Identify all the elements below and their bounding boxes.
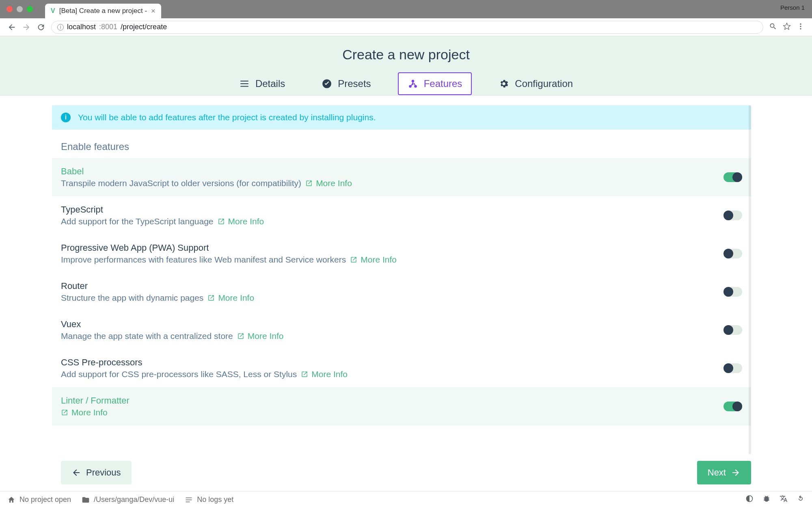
bug-icon[interactable] (762, 495, 771, 505)
feature-toggle[interactable] (723, 172, 742, 182)
external-link-icon (207, 294, 215, 302)
status-logs[interactable]: No logs yet (185, 495, 233, 504)
feature-row: Linter / FormatterMore Info (52, 387, 751, 426)
step-presets[interactable]: Presets (312, 72, 380, 95)
feature-description: Transpile modern JavaScript to older ver… (61, 178, 723, 188)
profile-name[interactable]: Person 1 (780, 4, 805, 11)
more-info-link[interactable]: More Info (207, 293, 254, 303)
feature-toggle[interactable] (723, 325, 742, 335)
feature-list: BabelTranspile modern JavaScript to olde… (52, 158, 751, 426)
close-tab-icon[interactable]: × (151, 7, 155, 15)
toggle-knob (723, 325, 733, 335)
feature-body: RouterStructure the app with dynamic pag… (61, 281, 723, 303)
feature-body: CSS Pre-processorsAdd support for CSS pr… (61, 357, 723, 379)
feature-body: Progressive Web App (PWA) SupportImprove… (61, 243, 723, 265)
status-folder[interactable]: /Users/ganga/Dev/vue-ui (82, 495, 174, 504)
step-label: Presets (338, 78, 371, 89)
star-icon[interactable] (783, 22, 791, 32)
feature-title: Linter / Formatter (61, 395, 723, 406)
external-link-icon (301, 371, 308, 378)
status-project[interactable]: No project open (7, 495, 71, 504)
feature-title: Progressive Web App (PWA) Support (61, 243, 723, 253)
feature-body: TypeScriptAdd support for the TypeScript… (61, 204, 723, 226)
zoom-icon[interactable] (769, 22, 777, 32)
feature-body: Linter / FormatterMore Info (61, 395, 723, 417)
more-info-link[interactable]: More Info (350, 255, 397, 265)
page-title: Create a new project (0, 47, 812, 63)
translate-icon[interactable] (780, 495, 788, 505)
browser-toolbar: i localhost:8001/project/create (0, 18, 812, 36)
close-window-icon[interactable] (6, 6, 13, 12)
vue-favicon: V (51, 7, 55, 15)
feature-title: Router (61, 281, 723, 291)
window-titlebar: V [Beta] Create a new project - × Person… (0, 0, 812, 18)
feature-row: VuexManage the app state with a centrali… (52, 311, 751, 349)
app-header: Create a new project Details Presets Fea… (0, 36, 812, 96)
maximize-window-icon[interactable] (27, 6, 33, 12)
address-bar[interactable]: i localhost:8001/project/create (51, 21, 763, 34)
step-configuration[interactable]: Configuration (489, 72, 583, 95)
toggle-knob (723, 249, 733, 258)
back-icon[interactable] (7, 23, 16, 32)
scrollbar-track[interactable] (749, 105, 751, 454)
step-features[interactable]: Features (398, 72, 472, 95)
external-link-icon (237, 332, 244, 340)
toggle-knob (732, 172, 742, 182)
feature-body: BabelTranspile modern JavaScript to olde… (61, 166, 723, 188)
step-details[interactable]: Details (229, 72, 295, 95)
feature-row: Progressive Web App (PWA) SupportImprove… (52, 234, 751, 273)
more-info-link[interactable]: More Info (61, 408, 108, 417)
feature-body: VuexManage the app state with a centrali… (61, 319, 723, 341)
scroll-area[interactable]: i You will be able to add features after… (0, 96, 812, 454)
traffic-lights (0, 6, 33, 12)
more-info-link[interactable]: More Info (218, 217, 264, 226)
more-info-link[interactable]: More Info (237, 331, 284, 341)
toggle-knob (723, 211, 733, 220)
previous-label: Previous (86, 467, 121, 478)
status-logs-text: No logs yet (197, 495, 233, 504)
feature-toggle[interactable] (723, 249, 742, 258)
feature-row: BabelTranspile modern JavaScript to olde… (52, 158, 751, 196)
info-icon: i (61, 113, 71, 122)
info-banner: i You will be able to add features after… (52, 105, 751, 130)
reload-icon[interactable] (37, 23, 45, 32)
more-info-link[interactable]: More Info (305, 178, 352, 188)
forward-icon[interactable] (22, 23, 31, 32)
feature-title: CSS Pre-processors (61, 357, 723, 368)
toolbar-actions (769, 22, 805, 32)
status-project-text: No project open (19, 495, 71, 504)
more-info-link[interactable]: More Info (301, 369, 348, 379)
url-path: /project/create (121, 23, 167, 31)
contrast-icon[interactable] (745, 495, 754, 505)
external-link-icon (218, 218, 225, 225)
step-nav: Details Presets Features Configuration (0, 72, 812, 95)
feature-description: Add support for CSS pre-processors like … (61, 369, 723, 379)
status-folder-text: /Users/ganga/Dev/vue-ui (94, 495, 174, 504)
url-port: :8001 (99, 23, 117, 31)
feature-toggle[interactable] (723, 402, 742, 411)
feature-row: TypeScriptAdd support for the TypeScript… (52, 196, 751, 234)
feature-row: CSS Pre-processorsAdd support for CSS pr… (52, 349, 751, 387)
footer-bar: Previous Next (0, 454, 812, 491)
external-link-icon (305, 180, 313, 187)
kebab-menu-icon[interactable] (797, 22, 805, 32)
feature-description: Add support for the TypeScript languageM… (61, 217, 723, 226)
step-label: Details (255, 78, 285, 89)
feature-toggle[interactable] (723, 287, 742, 297)
svg-point-0 (800, 23, 801, 24)
feature-toggle[interactable] (723, 363, 742, 373)
refresh-icon[interactable] (797, 495, 805, 505)
tab-strip: V [Beta] Create a new project - × (45, 4, 161, 18)
feature-description: Structure the app with dynamic pagesMore… (61, 293, 723, 303)
external-link-icon (61, 409, 68, 416)
browser-tab[interactable]: V [Beta] Create a new project - × (45, 4, 161, 18)
feature-toggle[interactable] (723, 211, 742, 220)
tab-title: [Beta] Create a new project - (59, 7, 147, 15)
minimize-window-icon[interactable] (17, 6, 23, 12)
url-host: localhost (67, 23, 96, 31)
previous-button[interactable]: Previous (61, 461, 132, 484)
section-title: Enable features (61, 141, 751, 152)
info-lock-icon: i (57, 24, 64, 30)
next-button[interactable]: Next (697, 461, 751, 484)
feature-title: TypeScript (61, 204, 723, 215)
